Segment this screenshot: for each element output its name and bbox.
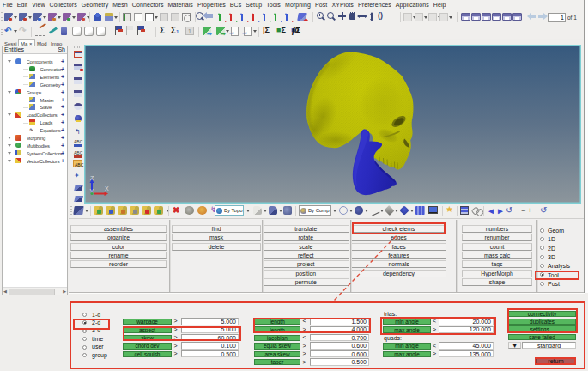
svg-text:X: X	[105, 186, 109, 192]
